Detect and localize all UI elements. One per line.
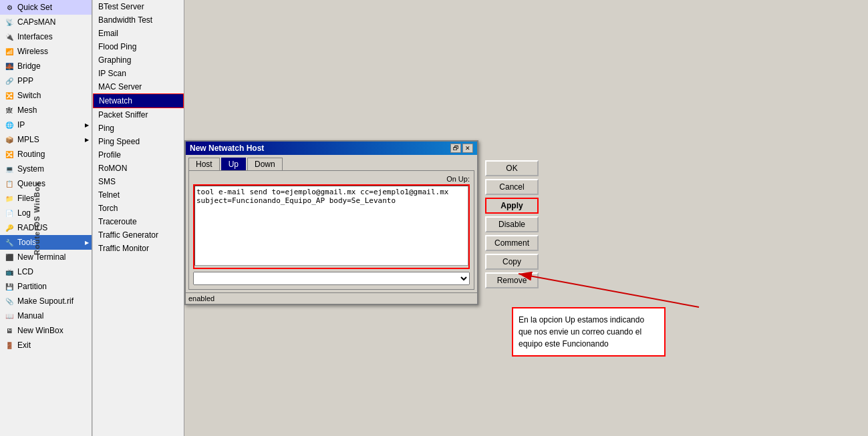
sidebar-item-log[interactable]: 📄Log [0, 206, 92, 220]
dialog-tab-down[interactable]: Down [247, 158, 283, 170]
sidebar-item-mesh[interactable]: 🕸Mesh [0, 103, 92, 118]
files-icon: 📁 [4, 193, 15, 204]
sidebar-item-partition[interactable]: 💾Partition [0, 279, 92, 294]
sidebar-item-manual[interactable]: 📖Manual [0, 308, 92, 323]
submenu-item-sms[interactable]: SMS [93, 175, 184, 188]
submenu-item-bandwidth-test[interactable]: Bandwidth Test [93, 13, 184, 27]
sidebar-item-bridge[interactable]: 🌉Bridge [0, 59, 92, 73]
on-up-label: On Up: [193, 175, 470, 183]
dialog-tab-up[interactable]: Up [221, 158, 246, 170]
sidebar-label-bridge: Bridge [17, 61, 41, 71]
manual-icon: 📖 [4, 310, 15, 321]
status-text: enabled [188, 294, 214, 302]
submenu-item-traceroute[interactable]: Traceroute [93, 215, 184, 228]
submenu-item-profile[interactable]: Profile [93, 148, 184, 162]
main-content: New Netwatch Host 🗗 ✕ HostUpDown On Up: … [184, 0, 868, 436]
dialog-tabs: HostUpDown [186, 155, 477, 170]
exit-icon: 🚪 [4, 340, 15, 351]
comment-button[interactable]: Comment [485, 235, 539, 251]
sidebar-item-files[interactable]: 📁Files [0, 191, 92, 206]
submenu-item-ping-speed[interactable]: Ping Speed [93, 135, 184, 148]
submenu-item-ip-scan[interactable]: IP Scan [93, 67, 184, 80]
dialog-content-area: On Up: [188, 170, 474, 290]
sidebar-label-queues: Queues [17, 179, 45, 188]
sidebar-label-log: Log [17, 208, 31, 218]
disable-button[interactable]: Disable [485, 216, 539, 232]
sidebar-item-lcd[interactable]: 📺LCD [0, 264, 92, 279]
submenu-item-email[interactable]: Email [93, 27, 184, 40]
mesh-icon: 🕸 [4, 105, 15, 116]
sidebar-label-manual: Manual [17, 311, 43, 320]
sidebar-item-switch[interactable]: 🔀Switch [0, 88, 92, 103]
dialog-actions: OK Cancel Apply Disable Comment Copy Rem… [485, 160, 539, 288]
sidebar-item-make-supout[interactable]: 📎Make Supout.rif [0, 294, 92, 308]
sidebar-label-mesh: Mesh [17, 105, 37, 115]
sidebar-item-interfaces[interactable]: 🔌Interfaces [0, 29, 92, 44]
submenu-item-graphing[interactable]: Graphing [93, 53, 184, 67]
system-icon: 💻 [4, 164, 15, 174]
restore-button[interactable]: 🗗 [450, 144, 461, 153]
close-button[interactable]: ✕ [462, 144, 473, 153]
sidebar-item-capsman[interactable]: 📡CAPsMAN [0, 15, 92, 29]
sidebar-item-mpls[interactable]: 📦MPLS [0, 132, 92, 147]
apply-button[interactable]: Apply [485, 198, 539, 214]
sidebar-label-new-winbox: New WinBox [17, 326, 63, 335]
submenu-item-torch[interactable]: Torch [93, 202, 184, 215]
wireless-icon: 📶 [4, 46, 15, 57]
remove-button[interactable]: Remove [485, 272, 539, 288]
cancel-button[interactable]: Cancel [485, 179, 539, 195]
quick-set-icon: ⚙ [4, 2, 15, 13]
radius-icon: 🔑 [4, 222, 15, 233]
annotation-text: En la opcion Up estamos indicando que no… [519, 315, 644, 349]
submenu-item-packet-sniffer[interactable]: Packet Sniffer [93, 108, 184, 122]
sidebar-item-tools[interactable]: 🔧Tools [0, 235, 92, 250]
sidebar-item-queues[interactable]: 📋Queues [0, 176, 92, 191]
dropdown-select[interactable] [193, 272, 470, 285]
sidebar-label-wireless: Wireless [17, 47, 48, 56]
submenu-item-romon[interactable]: RoMON [93, 162, 184, 175]
submenu-item-traffic-monitor[interactable]: Traffic Monitor [93, 242, 184, 255]
sidebar-item-ip[interactable]: 🌐IP [0, 118, 92, 132]
titlebar-buttons: 🗗 ✕ [450, 144, 473, 153]
sidebar-label-ip: IP [17, 120, 25, 130]
interfaces-icon: 🔌 [4, 31, 15, 42]
dialog-title: New Netwatch Host [190, 144, 264, 153]
submenu-item-ping[interactable]: Ping [93, 122, 184, 135]
copy-button[interactable]: Copy [485, 254, 539, 270]
sidebar-item-new-winbox[interactable]: 🖥New WinBox [0, 323, 92, 338]
sidebar-label-exit: Exit [17, 341, 31, 350]
sidebar-label-make-supout: Make Supout.rif [17, 296, 74, 306]
partition-icon: 💾 [4, 281, 15, 292]
submenu-item-traffic-generator[interactable]: Traffic Generator [93, 228, 184, 242]
dropdown-row [193, 272, 470, 285]
sidebar-item-system[interactable]: 💻System [0, 162, 92, 176]
sidebar-item-ppp[interactable]: 🔗PPP [0, 73, 92, 88]
sidebar-item-routing[interactable]: 🔀Routing [0, 147, 92, 162]
submenu-item-mac-server[interactable]: MAC Server [93, 80, 184, 93]
on-up-textarea[interactable] [194, 186, 468, 266]
submenu-item-netwatch[interactable]: Netwatch [93, 93, 184, 108]
sidebar-label-ppp: PPP [17, 76, 33, 85]
sidebar-item-quick-set[interactable]: ⚙Quick Set [0, 0, 92, 15]
sidebar-item-wireless[interactable]: 📶Wireless [0, 44, 92, 59]
sidebar-item-new-terminal[interactable]: ⬛New Terminal [0, 250, 92, 264]
sidebar-label-quick-set: Quick Set [17, 3, 52, 12]
dialog-tab-host[interactable]: Host [188, 158, 220, 170]
submenu-item-telnet[interactable]: Telnet [93, 188, 184, 202]
routing-icon: 🔀 [4, 149, 15, 160]
sidebar-item-exit[interactable]: 🚪Exit [0, 338, 92, 353]
sidebar-label-partition: Partition [17, 282, 47, 291]
ppp-icon: 🔗 [4, 75, 15, 86]
sidebar-label-interfaces: Interfaces [17, 32, 53, 41]
submenu-item-flood-ping[interactable]: Flood Ping [93, 40, 184, 53]
capsman-icon: 📡 [4, 17, 15, 27]
switch-icon: 🔀 [4, 90, 15, 101]
log-icon: 📄 [4, 208, 15, 218]
textarea-container [193, 184, 470, 269]
sidebar-label-routing: Routing [17, 150, 45, 159]
bridge-icon: 🌉 [4, 61, 15, 71]
sidebar-label-tools: Tools [17, 238, 36, 247]
submenu-item-btest-server[interactable]: BTest Server [93, 0, 184, 13]
ok-button[interactable]: OK [485, 160, 539, 176]
sidebar-item-radius[interactable]: 🔑RADIUS [0, 220, 92, 235]
